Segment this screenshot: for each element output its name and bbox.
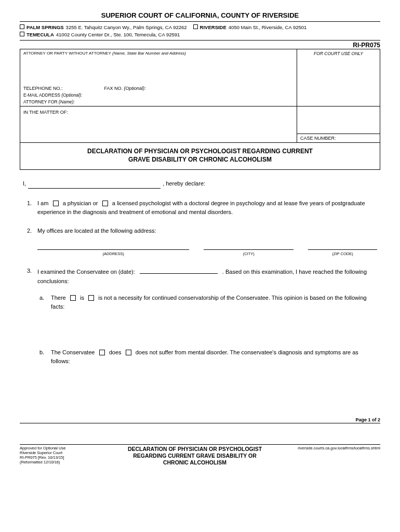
checkbox-does-not[interactable] [126,350,131,355]
checkbox-physician[interactable] [53,201,59,206]
location-palm-springs: PALM SPRINGS 3255 E. Tahquitz Canyon Wy.… [20,24,187,31]
case-number-section: CASE NUMBER: [297,107,380,142]
form-page: SUPERIOR COURT OF CALIFORNIA, COUNTY OF … [0,0,400,471]
checkbox-icon[interactable] [20,32,24,36]
location-temecula: TEMECULA 41002 County Center Dr., Ste. 1… [20,31,180,38]
item-3a: a. There is is not a necessity for conti… [37,294,377,312]
checkbox-is-not[interactable] [88,295,94,301]
declarant-name-input[interactable] [28,181,161,189]
checkbox-does[interactable] [99,350,105,355]
item-3b: b. The Conservatee does does not suffer … [37,348,377,366]
court-locations: PALM SPRINGS 3255 E. Tahquitz Canyon Wy.… [20,24,380,41]
form-title: DECLARATION OF PHYSICIAN OR PSYCHOLOGIST… [20,143,380,170]
address-input[interactable] [37,243,189,250]
item-1: 1. I am a physician or a licensed psycho… [23,199,377,217]
page-number: Page 1 of 2 [20,417,380,423]
exam-date-input[interactable] [140,267,218,274]
page-footer: Approved for Optional Use Riverside Supe… [20,444,380,466]
checkbox-icon[interactable] [20,24,24,29]
declarant-line: I, , hereby declare: [23,179,377,189]
caption-box: ATTORNEY OR PARTY WITHOUT ATTORNEY (Name… [20,49,380,170]
attorney-for-label: ATTORNEY FOR [23,99,58,104]
matter-section: IN THE MATTER OF: [20,107,297,142]
attorney-section: ATTORNEY OR PARTY WITHOUT ATTORNEY (Name… [20,49,297,106]
checkbox-psychologist[interactable] [102,201,108,206]
form-number: RI-PR075 [20,42,380,49]
city-input[interactable] [204,243,294,250]
form-body: I, , hereby declare: 1. I am a physician… [20,170,380,413]
item-2: 2. My offices are located at the followi… [23,227,377,258]
fax-label: FAX NO. [104,86,123,91]
checkbox-icon[interactable] [193,24,198,29]
court-title: SUPERIOR COURT OF CALIFORNIA, COUNTY OF … [20,11,380,22]
item-3: 3. I examined the Conservatee on (date):… [23,267,377,413]
email-label: E-MAIL ADDRESS [23,92,60,98]
checkbox-is[interactable] [70,295,76,301]
location-riverside: RIVERSIDE 4050 Main St., Riverside, CA 9… [193,24,307,31]
zip-input[interactable] [308,243,377,250]
court-use-only: FOR COURT USE ONLY [297,49,380,106]
telephone-label: TELEPHONE NO.: [23,86,63,91]
